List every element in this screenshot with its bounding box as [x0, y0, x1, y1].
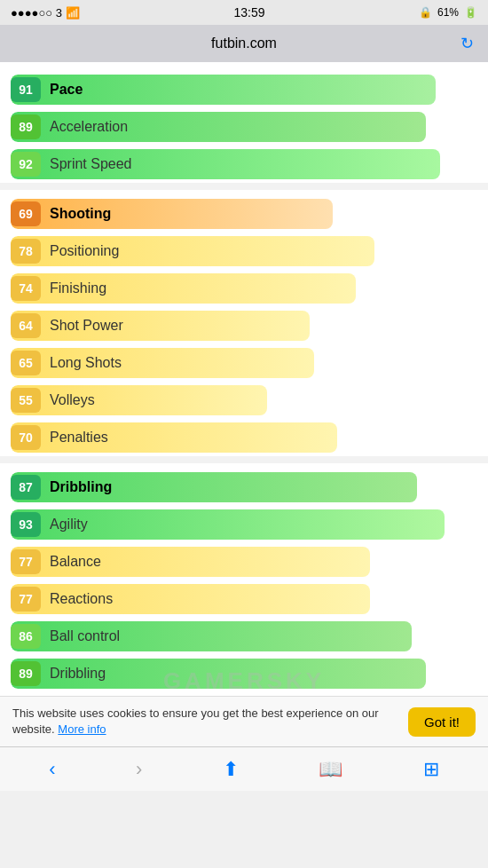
back-button[interactable]: ‹ — [35, 753, 69, 786]
finishing-row: 74 Finishing — [0, 270, 488, 307]
cookie-banner: This website uses cookies to ensure you … — [0, 696, 488, 746]
bottom-nav: ‹ › ⬆ 📖 ⊞ — [0, 746, 488, 791]
forward-button[interactable]: › — [122, 753, 156, 786]
balance-label: Balance — [50, 554, 477, 570]
pace-badge: 91 — [11, 77, 41, 102]
agility-badge: 93 — [11, 512, 41, 537]
address-bar: futbin.com ↻ — [0, 25, 488, 62]
signal-icon: ●●●●○○ 3 — [11, 6, 62, 20]
status-right: 🔒 61% 🔋 — [419, 6, 477, 19]
dribbling-detail-label: Dribbling — [50, 666, 477, 682]
acceleration-badge: 89 — [11, 114, 41, 139]
positioning-label: Positioning — [50, 243, 477, 259]
long-shots-badge: 65 — [11, 351, 41, 375]
reactions-label: Reactions — [50, 591, 477, 607]
volleys-label: Volleys — [50, 392, 477, 408]
long-shots-row: 65 Long Shots — [0, 344, 488, 382]
shot-power-label: Shot Power — [50, 318, 477, 334]
dribbling-cat-badge: 87 — [11, 475, 41, 500]
finishing-badge: 74 — [11, 276, 41, 301]
ball-control-label: Ball control — [50, 628, 477, 644]
reactions-badge: 77 — [11, 587, 41, 612]
status-bar: ●●●●○○ 3 📶 13:59 🔒 61% 🔋 — [0, 0, 488, 25]
ball-control-row: 86 Ball control — [0, 618, 488, 655]
stats-content: 91 Pace 89 Acceleration 92 Sprint Speed … — [0, 62, 488, 696]
dribbling-detail-badge: 89 — [11, 661, 41, 686]
dribbling-cat-label: Dribbling — [50, 479, 477, 495]
status-left: ●●●●○○ 3 📶 — [11, 6, 80, 20]
page-wrapper: ●●●●○○ 3 📶 13:59 🔒 61% 🔋 futbin.com ↻ 91… — [0, 0, 488, 791]
shooting-label: Shooting — [50, 206, 477, 222]
ball-control-badge: 86 — [11, 624, 41, 649]
positioning-row: 78 Positioning — [0, 233, 488, 270]
pace-label: Pace — [50, 82, 477, 98]
sprint-speed-row: 92 Sprint Speed — [0, 146, 488, 183]
reactions-row: 77 Reactions — [0, 580, 488, 618]
got-it-button[interactable]: Got it! — [408, 707, 476, 737]
more-info-link[interactable]: More info — [58, 722, 106, 736]
cookie-text: This website uses cookies to ensure you … — [12, 706, 397, 738]
apps-button[interactable]: ⊞ — [409, 753, 453, 786]
lock-icon: 🔒 — [419, 6, 432, 19]
balance-row: 77 Balance — [0, 543, 488, 580]
shot-power-badge: 64 — [11, 313, 41, 338]
bookmark-button[interactable]: 📖 — [304, 753, 357, 786]
shot-power-row: 64 Shot Power — [0, 307, 488, 344]
agility-label: Agility — [50, 517, 477, 533]
balance-badge: 77 — [11, 549, 41, 574]
share-button[interactable]: ⬆ — [209, 753, 253, 786]
positioning-badge: 78 — [11, 239, 41, 264]
wifi-icon: 📶 — [66, 6, 80, 20]
acceleration-label: Acceleration — [50, 119, 477, 135]
battery-icon: 🔋 — [464, 6, 477, 19]
url-text[interactable]: futbin.com — [211, 36, 277, 51]
shooting-row: 69 Shooting — [0, 195, 488, 233]
shooting-badge: 69 — [11, 201, 41, 226]
dribbling-detail-row: 89 Dribbling — [0, 655, 488, 692]
penalties-label: Penalties — [50, 430, 477, 446]
penalties-badge: 70 — [11, 425, 41, 450]
penalties-row: 70 Penalties — [0, 419, 488, 456]
sprint-speed-label: Sprint Speed — [50, 156, 477, 172]
dribbling-category-row: 87 Dribbling — [0, 469, 488, 506]
separator-1 — [0, 183, 488, 190]
agility-row: 93 Agility — [0, 506, 488, 543]
long-shots-label: Long Shots — [50, 355, 477, 371]
pace-row: 91 Pace — [0, 71, 488, 108]
separator-2 — [0, 456, 488, 463]
battery-label: 61% — [437, 6, 459, 19]
sprint-speed-badge: 92 — [11, 152, 41, 177]
volleys-row: 55 Volleys — [0, 382, 488, 419]
status-time: 13:59 — [233, 5, 264, 20]
reload-button[interactable]: ↻ — [460, 34, 474, 53]
acceleration-row: 89 Acceleration — [0, 108, 488, 146]
finishing-label: Finishing — [50, 280, 477, 296]
volleys-badge: 55 — [11, 388, 41, 413]
